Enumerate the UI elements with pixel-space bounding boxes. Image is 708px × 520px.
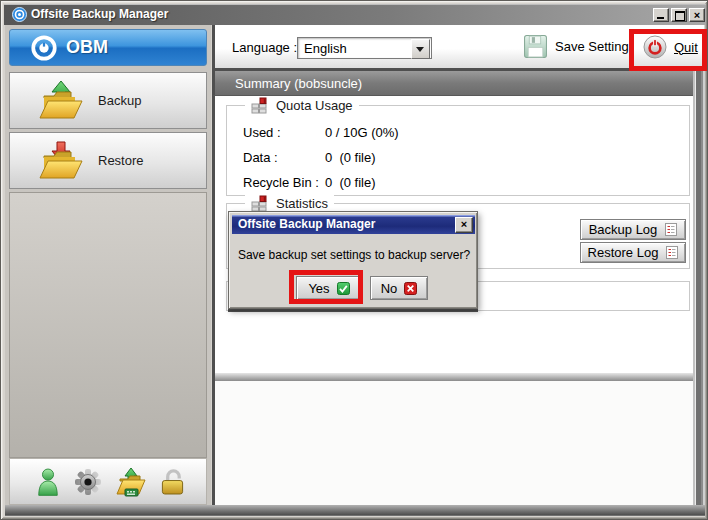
statistics-legend: Statistics (245, 195, 334, 212)
gear-icon[interactable] (74, 468, 102, 496)
sidebar-footer (9, 458, 207, 505)
sidebar-empty-panel (9, 192, 207, 458)
software-update-icon[interactable] (116, 467, 146, 497)
check-icon (337, 282, 350, 295)
close-icon: × (461, 218, 467, 230)
chevron-down-icon (416, 47, 424, 56)
statistics-grid-icon (251, 195, 268, 212)
obm-logo-button[interactable]: OBM (9, 29, 207, 66)
right-edge-strip (693, 71, 705, 505)
summary-header: Summary (bobsuncle) (212, 71, 704, 96)
dialog-close-button[interactable]: × (455, 217, 473, 233)
maximize-icon (675, 11, 685, 21)
dropdown-arrow-button[interactable] (411, 39, 430, 59)
dialog-message: Save backup set settings to backup serve… (229, 248, 479, 262)
sidebar: OBM Backup Res (5, 25, 211, 505)
close-button[interactable]: × (689, 8, 705, 22)
obm-ring-icon (30, 34, 58, 62)
yes-label: Yes (308, 281, 329, 296)
main-toolbar: Language : English Save Setting (212, 25, 704, 71)
quota-legend: Quota Usage (245, 97, 359, 114)
yes-button[interactable]: Yes (296, 276, 362, 300)
confirm-dialog: Offsite Backup Manager × Save backup set… (228, 211, 478, 309)
quota-row-value: 0 (0 file) (325, 150, 376, 165)
restore-log-label: Restore Log (588, 245, 659, 260)
no-label: No (381, 281, 398, 296)
floppy-disk-icon (523, 34, 548, 59)
sidebar-item-backup[interactable]: Backup (9, 72, 207, 129)
quit-label: Quit (674, 40, 698, 55)
close-icon: × (694, 9, 700, 21)
minimize-icon (657, 17, 664, 19)
log-document-icon (665, 223, 677, 236)
folder-arrow-up-icon (38, 80, 84, 122)
quota-fieldset: Quota Usage Used : 0 / 10G (0%) Data : 0… (226, 105, 690, 196)
user-icon[interactable] (36, 467, 60, 496)
maximize-button[interactable] (671, 8, 687, 22)
restore-log-button[interactable]: Restore Log (580, 242, 686, 263)
language-value: English (304, 41, 347, 56)
window-titlebar[interactable]: Offsite Backup Manager × (4, 4, 706, 25)
language-label: Language : (232, 40, 297, 55)
backup-log-button[interactable]: Backup Log (580, 219, 686, 240)
backup-log-label: Backup Log (589, 222, 658, 237)
obm-logo-label: OBM (66, 37, 108, 58)
no-button[interactable]: No (370, 276, 428, 300)
minimize-button[interactable] (653, 8, 669, 22)
save-setting-label: Save Setting (555, 39, 629, 54)
statistics-legend-label: Statistics (276, 196, 328, 211)
bottom-edge-strip (5, 505, 705, 516)
sidebar-item-label: Backup (98, 93, 141, 108)
sidebar-item-restore[interactable]: Restore (9, 132, 207, 189)
save-setting-button[interactable]: Save Setting (523, 34, 629, 59)
cross-icon (404, 282, 417, 295)
folder-arrow-down-icon (38, 140, 84, 182)
dialog-title: Offsite Backup Manager (238, 215, 375, 234)
quota-row-value: 0 (0 file) (325, 175, 376, 190)
dialog-titlebar[interactable]: Offsite Backup Manager × (232, 215, 475, 234)
quit-button[interactable]: Quit (643, 35, 698, 59)
obm-logo-icon (12, 7, 27, 26)
lock-icon[interactable] (160, 467, 185, 496)
quota-row-label: Data : (243, 150, 278, 165)
quota-row-label: Used : (243, 125, 281, 140)
app-window: Offsite Backup Manager × OBM (0, 0, 708, 520)
quota-grid-icon (251, 97, 268, 114)
power-icon (643, 35, 667, 59)
quota-row-value: 0 / 10G (0%) (325, 125, 399, 140)
language-select[interactable]: English (297, 37, 432, 59)
quota-row-label: Recycle Bin : (243, 175, 319, 190)
lower-panel (212, 373, 704, 505)
quota-legend-label: Quota Usage (276, 98, 353, 113)
sidebar-item-label: Restore (98, 153, 144, 168)
log-document-icon (666, 246, 678, 259)
content-shadow-edge (215, 373, 704, 381)
window-title: Offsite Backup Manager (31, 4, 168, 25)
